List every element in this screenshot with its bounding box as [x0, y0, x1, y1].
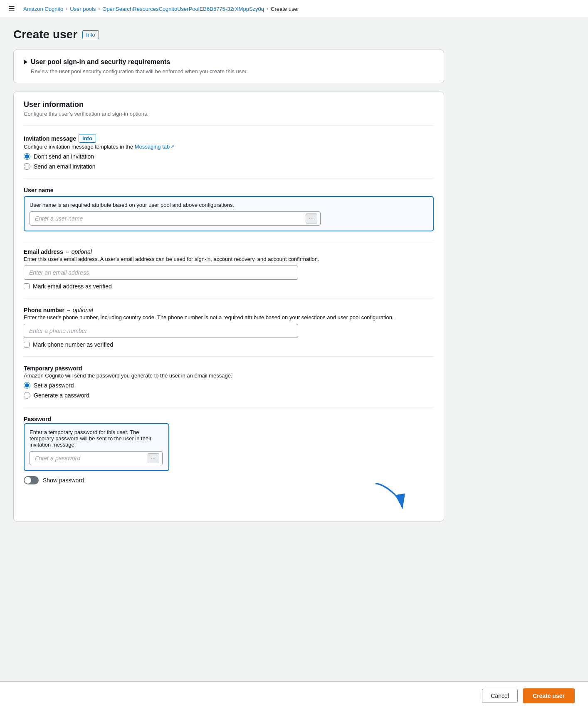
breadcrumb-link-pool[interactable]: OpenSearchResourcesCognitoUserPoolEB6B57…	[102, 6, 264, 12]
phone-desc: Enter the user's phone number, including…	[24, 314, 434, 320]
email-label: Email address – optional	[24, 248, 434, 255]
password-label: Password	[24, 416, 434, 422]
arrow-annotation-container	[24, 488, 434, 513]
temporary-password-section: Temporary password Amazon Cognito will s…	[24, 365, 434, 399]
radio-set-password[interactable]: Set a password	[24, 382, 434, 389]
temporary-password-label: Temporary password	[24, 365, 434, 372]
radio-generate-password-label: Generate a password	[34, 392, 89, 399]
user-information-card: User information Configure this user's v…	[13, 92, 444, 521]
breadcrumb-link-userpools[interactable]: User pools	[70, 6, 96, 12]
security-requirements-card: User pool sign-in and security requireme…	[13, 50, 444, 83]
username-input-wrapper: ···	[30, 211, 321, 226]
username-desc: User name is an required attribute based…	[30, 202, 428, 208]
footer-bar: Cancel Create user	[0, 681, 588, 710]
phone-section: Phone number – optional Enter the user's…	[24, 307, 434, 348]
email-input[interactable]	[24, 266, 298, 280]
divider-3	[24, 240, 434, 240]
password-options-icon[interactable]: ···	[148, 453, 159, 463]
username-section: User name User name is an required attri…	[24, 187, 434, 231]
temporary-password-desc: Amazon Cognito will send the password yo…	[24, 372, 434, 379]
email-section: Email address – optional Enter this user…	[24, 248, 434, 290]
security-requirements-subtitle: Review the user pool security configurat…	[31, 68, 434, 74]
temporary-password-radio-group: Set a password Generate a password	[24, 382, 434, 399]
invitation-message-label: Invitation message Info	[24, 134, 434, 143]
phone-verified-label: Mark phone number as verified	[33, 341, 113, 348]
page-title: Create user	[13, 28, 77, 41]
username-input[interactable]	[30, 211, 321, 226]
divider-1	[24, 125, 434, 126]
invitation-info-link[interactable]: Info	[79, 134, 96, 143]
main-content: Create user Info User pool sign-in and s…	[0, 18, 457, 573]
divider-2	[24, 178, 434, 179]
email-desc: Enter this user's email address. A user'…	[24, 256, 434, 262]
divider-4	[24, 298, 434, 298]
breadcrumb-link-cognito[interactable]: Amazon Cognito	[23, 6, 63, 12]
radio-no-invitation-label: Don't send an invitation	[34, 153, 94, 160]
external-link-icon: ↗	[170, 144, 174, 149]
password-input[interactable]	[30, 451, 163, 465]
radio-set-password-label: Set a password	[34, 382, 74, 389]
radio-email-invitation[interactable]: Send an email invitation	[24, 163, 434, 170]
password-input-wrapper: ···	[30, 451, 163, 465]
messaging-tab-link[interactable]: Messaging tab ↗	[135, 144, 175, 150]
show-password-label: Show password	[43, 477, 84, 484]
divider-6	[24, 407, 434, 407]
phone-input-wrapper	[24, 324, 298, 338]
password-section: Password Enter a temporary password for …	[24, 416, 434, 484]
breadcrumb-sep-2: ›	[98, 6, 100, 12]
email-verified-checkbox-row[interactable]: Mark email address as verified	[24, 283, 434, 290]
footer-spacer	[13, 530, 444, 563]
username-options-icon[interactable]: ···	[306, 213, 317, 223]
divider-5	[24, 356, 434, 357]
phone-input[interactable]	[24, 324, 298, 338]
breadcrumb-sep-1: ›	[66, 6, 67, 12]
phone-verified-checkbox[interactable]	[24, 342, 30, 348]
phone-verified-checkbox-row[interactable]: Mark phone number as verified	[24, 341, 434, 348]
page-title-row: Create user Info	[13, 28, 444, 41]
phone-label: Phone number – optional	[24, 307, 434, 313]
arrow-annotation-svg	[371, 479, 409, 513]
invitation-message-desc: Configure invitation message templates i…	[24, 144, 434, 150]
create-user-button[interactable]: Create user	[523, 688, 575, 703]
security-requirements-header[interactable]: User pool sign-in and security requireme…	[24, 58, 434, 66]
toggle-knob	[25, 477, 31, 484]
breadcrumb-sep-3: ›	[267, 6, 268, 12]
username-focused-wrapper: User name is an required attribute based…	[24, 196, 434, 231]
email-input-wrapper	[24, 266, 298, 280]
email-verified-checkbox[interactable]	[24, 283, 30, 289]
hamburger-icon[interactable]: ☰	[8, 4, 15, 13]
user-info-subtitle: Configure this user's verification and s…	[24, 111, 434, 117]
invitation-radio-group: Don't send an invitation Send an email i…	[24, 153, 434, 170]
invitation-message-section: Invitation message Info Configure invita…	[24, 134, 434, 170]
radio-email-invitation-label: Send an email invitation	[34, 163, 96, 170]
top-bar: ☰ Amazon Cognito › User pools › OpenSear…	[0, 0, 588, 18]
security-requirements-title: User pool sign-in and security requireme…	[31, 58, 170, 66]
user-info-title: User information	[24, 100, 434, 109]
collapse-triangle-icon	[24, 60, 27, 65]
cancel-button[interactable]: Cancel	[482, 689, 518, 703]
email-verified-label: Mark email address as verified	[33, 283, 112, 290]
password-focused-wrapper: Enter a temporary password for this user…	[24, 423, 169, 471]
radio-no-invitation[interactable]: Don't send an invitation	[24, 153, 434, 160]
breadcrumb: Amazon Cognito › User pools › OpenSearch…	[23, 6, 299, 12]
radio-generate-password[interactable]: Generate a password	[24, 392, 434, 399]
show-password-toggle[interactable]	[24, 476, 39, 484]
page-info-link[interactable]: Info	[82, 30, 99, 39]
password-desc: Enter a temporary password for this user…	[30, 429, 163, 448]
username-label: User name	[24, 187, 434, 194]
breadcrumb-current: Create user	[271, 6, 299, 12]
